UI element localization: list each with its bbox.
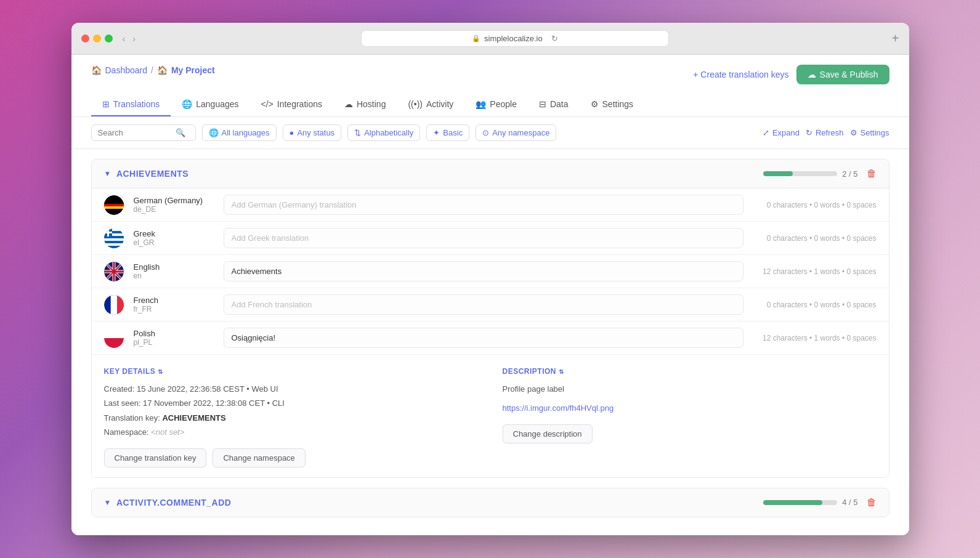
table-row: Greek el_GR 0 characters • 0 words • 0 s… [92, 222, 889, 255]
browser-window: ‹ › 🔒 simplelocalize.io ↻ + 🏠 Dashboard … [71, 23, 909, 535]
translation-key-label: Translation key: [104, 413, 160, 423]
close-button[interactable] [81, 34, 89, 42]
breadcrumb-separator: / [151, 65, 153, 75]
description-sort-icon: ⇅ [559, 368, 564, 375]
lock-icon: 🔒 [472, 34, 480, 42]
breadcrumb-project[interactable]: My Project [171, 65, 215, 75]
filter-any-status[interactable]: ● Any status [283, 124, 342, 141]
settings-button[interactable]: ⚙ Settings [850, 128, 889, 137]
cloud-icon: ☁ [808, 70, 816, 79]
description-buttons: Change description [503, 424, 877, 443]
svg-rect-31 [117, 295, 124, 315]
last-seen-text: Last seen: 17 November 2022, 12:38:08 CE… [104, 396, 478, 410]
tab-activity[interactable]: ((•)) Activity [397, 93, 464, 116]
progress-text-2: 4 / 5 [842, 498, 857, 507]
progress-container-2: 4 / 5 [763, 498, 857, 507]
translation-input-el[interactable] [224, 228, 743, 248]
progress-bar-fill [763, 171, 793, 176]
delete-section2-button[interactable]: 🗑 [867, 497, 877, 508]
flag-de [104, 195, 124, 215]
forward-button[interactable]: › [130, 33, 138, 45]
tab-settings[interactable]: ⚙ Settings [580, 93, 645, 116]
char-info-fr: 0 characters • 0 words • 0 spaces [753, 301, 877, 309]
project-icon: 🏠 [157, 65, 168, 75]
lang-info-de: German (Germany) de_DE [134, 196, 214, 214]
filter-any-namespace[interactable]: ⊙ Any namespace [476, 124, 556, 141]
refresh-button[interactable]: ↻ Refresh [806, 128, 844, 137]
change-description-button[interactable]: Change description [503, 424, 593, 443]
description-body: Profile page label https://i.imgur.com/f… [503, 382, 877, 416]
flag-en [104, 262, 124, 281]
nav-tabs: ⊞ Translations 🌐 Languages </> Integrati… [91, 93, 889, 116]
tab-languages[interactable]: 🌐 Languages [171, 93, 249, 116]
section-activity-comment-add: ▼ ACTIVITY.COMMENT_ADD 4 / 5 🗑 [91, 488, 889, 517]
flag-el [104, 228, 124, 248]
filter-all-languages[interactable]: 🌐 All languages [202, 124, 277, 141]
created-text: Created: 15 June 2022, 22:36:58 CEST • W… [104, 382, 478, 396]
filter-alphabetically[interactable]: ⇅ Alphabetically [347, 124, 420, 141]
table-row: French fr_FR 0 characters • 0 words • 0 … [92, 288, 889, 321]
progress-container: 2 / 5 [763, 169, 857, 179]
chevron-down-icon[interactable]: ▼ [104, 169, 111, 178]
chevron-down-icon-2[interactable]: ▼ [104, 498, 111, 507]
toolbar: 🔍 🌐 All languages ● Any status ⇅ Alphabe… [71, 117, 909, 149]
description-col: DESCRIPTION ⇅ Profile page label https:/… [503, 367, 877, 467]
key-details-body: Created: 15 June 2022, 22:36:58 CEST • W… [104, 382, 478, 440]
activity-icon: ((•)) [408, 99, 423, 109]
expand-button[interactable]: ⤢ Expand [763, 128, 800, 137]
translation-input-pl[interactable] [224, 328, 743, 348]
change-translation-key-button[interactable]: Change translation key [104, 448, 207, 467]
home-icon: 🏠 [91, 65, 102, 75]
create-translation-keys-button[interactable]: + Create translation keys [693, 70, 788, 79]
hosting-icon: ☁ [344, 99, 353, 109]
reload-button[interactable]: ↻ [551, 34, 558, 43]
section-achievements: ▼ ACHIEVEMENTS 2 / 5 🗑 [91, 159, 889, 478]
svg-rect-14 [104, 246, 124, 248]
translation-input-en[interactable] [224, 261, 743, 281]
globe-icon: 🌐 [209, 128, 219, 137]
traffic-lights [81, 34, 113, 42]
settings-gear-icon: ⚙ [850, 128, 857, 137]
description-link[interactable]: https://i.imgur.com/fh4HVql.png [503, 403, 614, 413]
lang-info-en: English en [134, 262, 214, 280]
translation-input-de[interactable] [224, 195, 743, 215]
delete-section-button[interactable]: 🗑 [867, 168, 877, 179]
svg-rect-7 [104, 228, 124, 231]
status-icon: ● [290, 128, 294, 137]
new-tab-button[interactable]: + [892, 31, 899, 46]
app-content: 🏠 Dashboard / 🏠 My Project + Create tran… [71, 55, 909, 535]
save-publish-button[interactable]: ☁ Save & Publish [796, 65, 889, 84]
section-title-achievements: ▼ ACHIEVEMENTS [104, 169, 189, 179]
lang-info-fr: French fr_FR [134, 296, 214, 313]
nav-arrows: ‹ › [120, 33, 138, 45]
tab-integrations[interactable]: </> Integrations [250, 93, 333, 116]
tab-people[interactable]: 👥 People [464, 93, 528, 116]
change-namespace-button[interactable]: Change namespace [213, 448, 305, 467]
breadcrumb-dashboard[interactable]: Dashboard [105, 65, 148, 75]
tab-data[interactable]: ⊟ Data [528, 93, 580, 116]
progress-bar [763, 171, 837, 176]
back-button[interactable]: ‹ [120, 33, 128, 45]
save-publish-label: Save & Publish [820, 70, 878, 79]
tab-translations[interactable]: ⊞ Translations [91, 93, 171, 116]
breadcrumb: 🏠 Dashboard / 🏠 My Project [91, 65, 215, 75]
minimize-button[interactable] [93, 34, 101, 42]
svg-rect-17 [104, 232, 112, 233]
translation-rows: German (Germany) de_DE 0 characters • 0 … [92, 188, 889, 354]
progress-bar-2 [763, 500, 837, 505]
maximize-button[interactable] [105, 34, 113, 42]
translation-input-fr[interactable] [224, 294, 743, 315]
key-buttons: Change translation key Change namespace [104, 448, 478, 467]
search-input[interactable] [98, 128, 172, 137]
flag-fr [104, 295, 124, 315]
tab-hosting[interactable]: ☁ Hosting [333, 93, 397, 116]
lang-info-pl: Polish pl_PL [134, 329, 214, 347]
key-details-section: KEY DETAILS ⇅ Created: 15 June 2022, 22:… [92, 354, 889, 477]
char-info-de: 0 characters • 0 words • 0 spaces [753, 201, 877, 209]
filter-basic[interactable]: ✦ Basic [426, 124, 469, 141]
table-row: Polish pl_PL 12 characters • 1 words • 0… [92, 321, 889, 354]
browser-chrome: ‹ › 🔒 simplelocalize.io ↻ + [71, 23, 909, 55]
search-box: 🔍 [91, 124, 196, 141]
address-bar[interactable]: 🔒 simplelocalize.io ↻ [361, 30, 669, 47]
progress-bar-fill-2 [763, 500, 822, 505]
